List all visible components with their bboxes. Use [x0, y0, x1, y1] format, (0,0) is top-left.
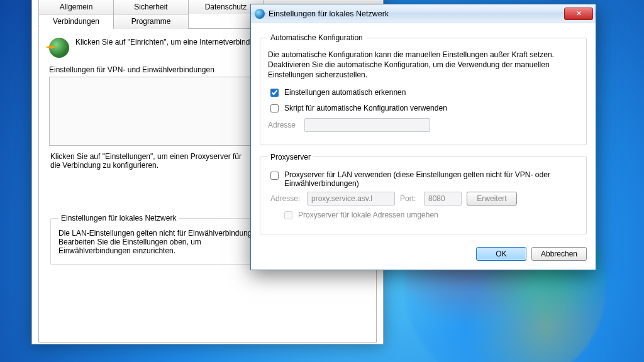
bypass-local-label: Proxyserver für lokale Adressen umgehen	[298, 211, 438, 219]
proxy-hint-text: Klicken Sie auf "Einstellungen", um eine…	[50, 152, 252, 170]
proxy-address-input[interactable]	[307, 192, 395, 206]
ok-button[interactable]: OK	[476, 247, 526, 261]
cancel-button[interactable]: Abbrechen	[531, 247, 587, 261]
proxy-group-legend: Proxyserver	[268, 153, 313, 162]
lan-section-legend: Einstellungen für lokales Netzwerk	[58, 214, 179, 222]
bypass-local-row[interactable]: Proxyserver für lokale Adressen umgehen	[282, 209, 579, 221]
auto-config-desc: Die automatische Konfiguration kann die …	[268, 50, 579, 80]
bypass-local-checkbox[interactable]	[284, 211, 292, 219]
use-script-row[interactable]: Skript für automatische Konfiguration ve…	[268, 102, 579, 114]
lan-settings-dialog: Einstellungen für lokales Netzwerk ✕ Aut…	[250, 4, 596, 270]
use-script-label: Skript für automatische Konfiguration ve…	[284, 104, 447, 112]
use-proxy-row[interactable]: Proxyserver für LAN verwenden (diese Ein…	[268, 170, 579, 188]
lan-help-text: Die LAN-Einstellungen gelten nicht für E…	[58, 229, 268, 255]
network-icon	[255, 9, 265, 19]
dialog-actions: OK Abbrechen	[260, 242, 587, 261]
auto-detect-row[interactable]: Einstellungen automatisch erkennen	[268, 87, 579, 99]
auto-detect-checkbox[interactable]	[270, 89, 279, 97]
auto-config-group: Automatische Konfiguration Die automatis…	[260, 33, 587, 145]
auto-config-legend: Automatische Konfiguration	[268, 33, 365, 42]
proxy-address-label: Adresse:	[270, 194, 302, 203]
script-address-row: Adresse	[268, 118, 579, 132]
dialog-body: Automatische Konfiguration Die automatis…	[251, 23, 596, 270]
use-proxy-checkbox[interactable]	[270, 172, 279, 180]
auto-detect-label: Einstellungen automatisch erkennen	[284, 88, 406, 97]
proxy-port-label: Port:	[400, 194, 419, 203]
script-address-input[interactable]	[304, 118, 430, 132]
proxy-advanced-button[interactable]: Erweitert	[467, 192, 517, 206]
script-address-label: Adresse	[268, 121, 299, 129]
proxy-group: Proxyserver Proxyserver für LAN verwende…	[260, 153, 587, 234]
tab-verbindungen[interactable]: Verbindungen	[38, 14, 114, 29]
tab-programme[interactable]: Programme	[113, 14, 189, 29]
use-proxy-label: Proxyserver für LAN verwenden (diese Ein…	[284, 170, 579, 188]
close-button[interactable]: ✕	[564, 8, 593, 20]
dialog-title: Einstellungen für lokales Netzwerk	[269, 9, 564, 18]
globe-setup-icon	[49, 38, 69, 58]
use-script-checkbox[interactable]	[270, 104, 279, 112]
proxy-addr-row: Adresse: Port: Erweitert	[270, 192, 579, 206]
tab-allgemein[interactable]: Allgemein	[38, 0, 114, 14]
close-icon: ✕	[576, 9, 582, 18]
proxy-port-input[interactable]	[424, 192, 462, 206]
tab-sicherheit[interactable]: Sicherheit	[113, 0, 189, 14]
dialog-titlebar[interactable]: Einstellungen für lokales Netzwerk ✕	[251, 4, 596, 23]
